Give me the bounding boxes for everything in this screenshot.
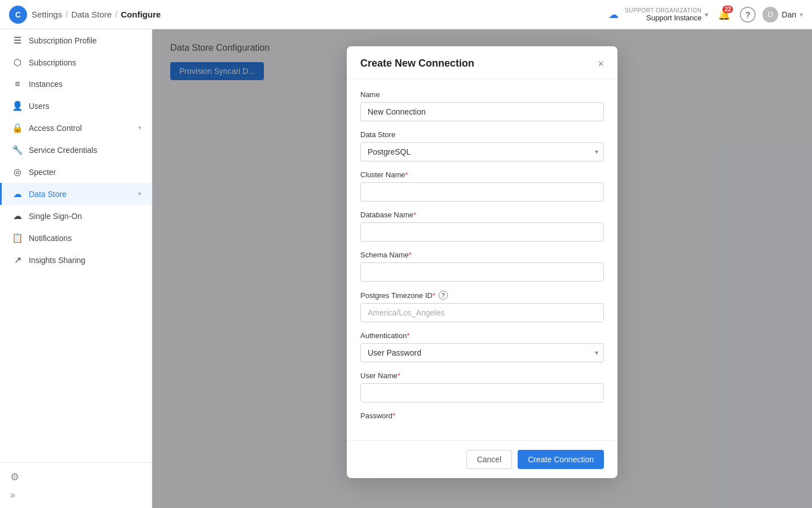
sidebar-label-service-credentials: Service Credentials (29, 146, 97, 155)
sidebar-label-users: Users (29, 102, 50, 111)
authentication-select[interactable]: User Password (360, 343, 604, 362)
sidebar-item-users[interactable]: 👤 Users (0, 95, 152, 117)
sidebar-item-data-store[interactable]: ☁ Data Store ▾ (0, 183, 152, 205)
authentication-label: Authentication* (360, 331, 604, 340)
sidebar-item-instances[interactable]: ≡ Instances (0, 73, 152, 95)
subscription-profile-icon: ☰ (12, 35, 23, 46)
name-input[interactable] (360, 102, 604, 121)
postgres-tz-label: Postgres Timezone ID* (360, 291, 435, 300)
sidebar-label-specter: Specter (29, 168, 56, 177)
user-avatar: D (762, 7, 778, 23)
sidebar-item-insights-sharing[interactable]: ↗ Insights Sharing (0, 249, 152, 271)
notifications-icon: 📋 (12, 233, 23, 243)
support-instance-value: Support Instance (646, 14, 701, 22)
breadcrumb-settings[interactable]: Settings (32, 10, 62, 19)
sidebar-label-instances: Instances (29, 80, 63, 89)
sidebar-item-notifications[interactable]: 📋 Notifications (0, 227, 152, 249)
breadcrumb-datastore[interactable]: Data Store (71, 10, 112, 19)
help-button[interactable]: ? (740, 7, 756, 23)
cluster-name-input[interactable] (360, 182, 604, 202)
cloud-icon: ☁ (606, 7, 621, 23)
modal-header: Create New Connection × (347, 46, 617, 79)
breadcrumb-sep-2: / (115, 10, 117, 19)
sidebar-label-insights-sharing: Insights Sharing (29, 256, 85, 265)
user-chevron-icon: ▾ (800, 11, 803, 19)
database-name-required: * (413, 211, 416, 219)
sidebar-label-notifications: Notifications (29, 234, 72, 243)
modal-close-button[interactable]: × (598, 59, 604, 69)
instances-icon: ≡ (12, 79, 23, 89)
authentication-select-wrap: User Password ▾ (360, 343, 604, 362)
main-content: Data Store Configuration Provision Synca… (152, 29, 812, 508)
access-control-icon: 🔒 (12, 122, 23, 133)
database-name-input[interactable] (360, 222, 604, 242)
breadcrumb: Settings / Data Store / Configure (32, 10, 161, 19)
app-body: ☰ Subscription Profile ⬡ Subscriptions ≡… (0, 29, 812, 508)
users-icon: 👤 (12, 100, 23, 111)
postgres-tz-required: * (433, 291, 435, 300)
sidebar-label-subscriptions: Subscriptions (29, 58, 76, 67)
data-store-label: Data Store (360, 130, 604, 139)
form-group-cluster-name: Cluster Name* (360, 170, 604, 202)
sidebar-item-service-credentials[interactable]: 🔧 Service Credentials (0, 139, 152, 161)
schema-name-label: Schema Name* (360, 251, 604, 259)
sidebar-item-subscription-profile[interactable]: ☰ Subscription Profile (0, 29, 152, 51)
support-org-info: SUPPORT ORGANIZATION Support Instance (625, 7, 701, 22)
postgres-tz-help-icon[interactable]: ? (439, 291, 448, 300)
access-control-chevron: ▾ (138, 124, 142, 132)
username-label: User Name* (360, 371, 604, 380)
form-group-authentication: Authentication* User Password ▾ (360, 331, 604, 362)
modal-body: Name Data Store PostgreSQL ▾ (347, 79, 617, 440)
header-right: ☁ SUPPORT ORGANIZATION Support Instance … (606, 6, 803, 24)
sidebar-bottom: ⚙ » (0, 462, 152, 508)
sidebar-item-subscriptions[interactable]: ⬡ Subscriptions (0, 51, 152, 73)
form-group-username: User Name* (360, 371, 604, 402)
sidebar: ☰ Subscription Profile ⬡ Subscriptions ≡… (0, 29, 152, 508)
sidebar-settings-icon: ⚙ (10, 471, 19, 483)
app-logo: C (9, 6, 27, 24)
database-name-label: Database Name* (360, 211, 604, 219)
postgres-tz-input[interactable] (360, 303, 604, 322)
sidebar-item-specter[interactable]: ◎ Specter (0, 161, 152, 183)
form-group-database-name: Database Name* (360, 211, 604, 242)
collapse-icon: » (10, 490, 15, 500)
service-credentials-icon: 🔧 (12, 144, 23, 155)
sidebar-label-single-sign-on: Single Sign-On (29, 212, 82, 221)
user-name-label: Dan (782, 10, 796, 19)
sidebar-settings-icon-row[interactable]: ⚙ (0, 467, 152, 487)
postgres-tz-label-row: Postgres Timezone ID* ? (360, 291, 604, 300)
notification-badge: 22 (722, 6, 733, 13)
sidebar-collapse-button[interactable]: » (0, 487, 152, 503)
data-store-select[interactable]: PostgreSQL (360, 142, 604, 161)
single-sign-on-icon: ☁ (12, 211, 23, 221)
auth-required: * (407, 331, 409, 340)
password-required: * (392, 411, 395, 420)
notification-button[interactable]: 🔔 22 (715, 6, 733, 24)
form-group-password: Password* (360, 411, 604, 420)
cluster-name-required: * (405, 170, 408, 179)
modal-overlay: Create New Connection × Name Data Store (152, 29, 812, 508)
sidebar-label-access-control: Access Control (29, 124, 82, 133)
specter-icon: ◎ (12, 167, 23, 177)
app-header: C Settings / Data Store / Configure ☁ SU… (0, 0, 812, 29)
cancel-button[interactable]: Cancel (466, 450, 513, 469)
sidebar-item-single-sign-on[interactable]: ☁ Single Sign-On (0, 205, 152, 227)
support-org-selector[interactable]: ☁ SUPPORT ORGANIZATION Support Instance … (606, 7, 708, 23)
username-input[interactable] (360, 383, 604, 402)
sidebar-item-access-control[interactable]: 🔒 Access Control ▾ (0, 117, 152, 139)
form-group-postgres-tz: Postgres Timezone ID* ? (360, 291, 604, 322)
name-label: Name (360, 90, 604, 99)
data-store-select-wrap: PostgreSQL ▾ (360, 142, 604, 161)
data-store-chevron: ▾ (138, 190, 142, 198)
sidebar-label-data-store: Data Store (29, 190, 67, 199)
support-org-label: SUPPORT ORGANIZATION (625, 7, 701, 14)
user-menu-button[interactable]: D Dan ▾ (762, 7, 803, 23)
create-connection-button[interactable]: Create Connection (518, 450, 604, 469)
sidebar-label-subscription-profile: Subscription Profile (29, 36, 97, 45)
form-group-name: Name (360, 90, 604, 121)
subscriptions-icon: ⬡ (12, 57, 23, 68)
schema-name-input[interactable] (360, 262, 604, 282)
cluster-name-label: Cluster Name* (360, 170, 604, 179)
schema-name-required: * (409, 251, 412, 259)
create-connection-modal: Create New Connection × Name Data Store (347, 46, 617, 478)
